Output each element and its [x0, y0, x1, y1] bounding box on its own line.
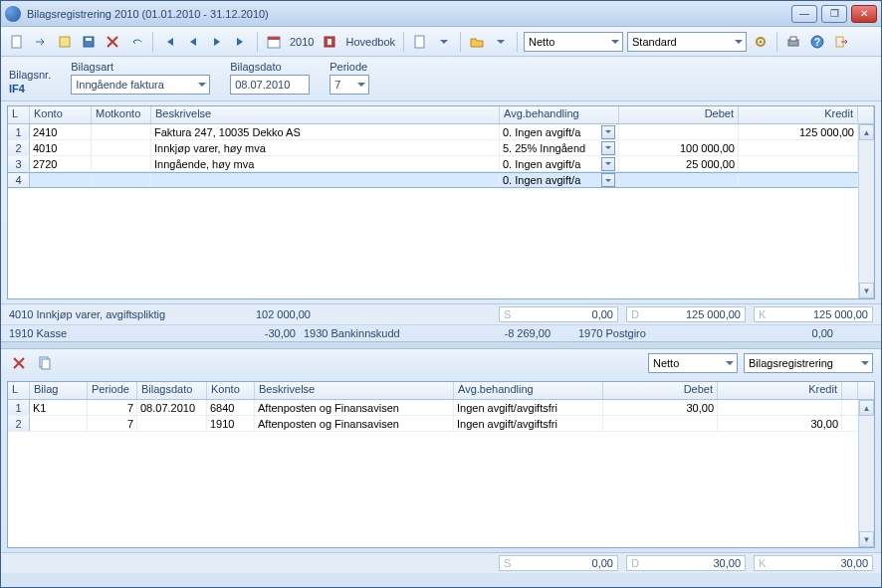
h2-kre[interactable]: Kredit [718, 382, 842, 399]
cell-debet[interactable] [619, 173, 739, 187]
chevron-down-icon[interactable] [601, 157, 615, 171]
netto-select[interactable]: Netto [524, 32, 623, 52]
table-row[interactable]: 12410Faktura 247, 10035 Dekko AS0. Ingen… [8, 124, 858, 140]
entry-grid-scrollbar[interactable]: ▲ ▼ [858, 124, 874, 298]
chevron-down2-icon[interactable] [491, 32, 511, 52]
cell-debet[interactable] [603, 416, 718, 431]
h2-bilag[interactable]: Bilag [30, 382, 88, 399]
prev-icon[interactable] [183, 32, 203, 52]
cell-avg[interactable]: 5. 25% Inngåend [500, 140, 619, 155]
cell-konto[interactable]: 2720 [30, 156, 92, 171]
cell-bilag[interactable] [30, 416, 88, 431]
cell-beskrivelse[interactable]: Faktura 247, 10035 Dekko AS [151, 124, 500, 139]
cell-debet[interactable]: 25 000,00 [619, 156, 739, 171]
scroll-up2-icon[interactable]: ▲ [859, 400, 874, 416]
new-doc-icon[interactable] [7, 32, 27, 52]
scroll-up-icon[interactable]: ▲ [859, 124, 874, 140]
history-mode-select[interactable]: Bilagsregistrering [744, 353, 873, 373]
minimize-button[interactable]: — [791, 5, 817, 23]
first-icon[interactable] [159, 32, 179, 52]
book-icon[interactable] [55, 32, 75, 52]
cell-motkonto[interactable] [92, 140, 151, 155]
scroll-down2-icon[interactable]: ▼ [859, 531, 874, 547]
import-icon[interactable] [31, 32, 51, 52]
h2-konto[interactable]: Konto [207, 382, 255, 399]
ledger-icon[interactable] [320, 32, 339, 52]
table-row[interactable]: 271910Aftenposten og FinansavisenIngen a… [8, 416, 858, 432]
hdr-avg[interactable]: Avg.behandling [500, 106, 619, 123]
cell-konto[interactable]: 6840 [207, 400, 255, 415]
standard-select[interactable]: Standard [627, 32, 747, 52]
hdr-l[interactable]: L [8, 106, 30, 123]
chevron-down-icon[interactable] [601, 173, 615, 187]
cell-kredit[interactable] [739, 173, 858, 187]
delete-row-icon[interactable] [9, 353, 29, 373]
h2-besk[interactable]: Beskrivelse [255, 382, 454, 399]
cell-beskrivelse[interactable]: Inngående, høy mva [151, 156, 500, 171]
hdr-motkonto[interactable]: Motkonto [92, 106, 151, 123]
next-icon[interactable] [207, 32, 227, 52]
cell-avg[interactable]: 0. Ingen avgift/a [500, 156, 619, 171]
history-grid-scrollbar[interactable]: ▲ ▼ [858, 400, 874, 547]
cell-konto[interactable]: 4010 [30, 140, 92, 155]
last-icon[interactable] [231, 32, 251, 52]
cell-dato[interactable] [137, 416, 207, 431]
cell-beskrivelse[interactable]: Aftenposten og Finansavisen [255, 400, 454, 415]
cell-motkonto[interactable] [92, 156, 151, 171]
h2-l[interactable]: L [8, 382, 30, 399]
hovedbok-label[interactable]: Hovedbok [343, 36, 397, 48]
cell-konto[interactable]: 1910 [207, 416, 255, 431]
table-row[interactable]: 24010Innkjøp varer, høy mva5. 25% Inngåe… [8, 140, 858, 156]
cell-avg[interactable]: Ingen avgift/avgiftsfri [454, 416, 603, 431]
new-doc2-icon[interactable] [410, 32, 430, 52]
chevron-down-icon[interactable] [601, 125, 615, 139]
cell-debet[interactable]: 30,00 [603, 400, 718, 415]
h2-deb[interactable]: Debet [603, 382, 718, 399]
cell-dato[interactable]: 08.07.2010 [137, 400, 207, 415]
cell-kredit[interactable] [739, 156, 858, 171]
chevron-down-icon[interactable] [601, 141, 615, 155]
cell-kredit[interactable]: 30,00 [718, 416, 842, 431]
cell-motkonto[interactable] [92, 124, 151, 139]
history-netto-select[interactable]: Netto [648, 353, 738, 373]
undo-icon[interactable] [126, 32, 146, 52]
cell-debet[interactable]: 100 000,00 [619, 140, 739, 155]
h2-periode[interactable]: Periode [88, 382, 137, 399]
cell-beskrivelse[interactable]: Innkjøp varer, høy mva [151, 140, 500, 155]
cell-beskrivelse[interactable] [151, 173, 500, 187]
table-row[interactable]: 40. Ingen avgift/a [8, 172, 858, 188]
exit-icon[interactable] [831, 32, 851, 52]
cell-konto[interactable]: 2410 [30, 124, 92, 139]
periode-select[interactable]: 7 [330, 75, 369, 95]
gear-icon[interactable] [751, 32, 771, 52]
cell-periode[interactable]: 7 [88, 400, 137, 415]
bilagsart-select[interactable]: Inngående faktura [71, 75, 210, 95]
hdr-kredit[interactable]: Kredit [739, 106, 858, 123]
cell-beskrivelse[interactable]: Aftenposten og Finansavisen [255, 416, 454, 431]
cell-motkonto[interactable] [92, 173, 151, 187]
help-icon[interactable]: ? [807, 32, 827, 52]
h2-dato[interactable]: Bilagsdato [137, 382, 207, 399]
cell-periode[interactable]: 7 [88, 416, 137, 431]
calendar-icon[interactable] [264, 32, 284, 52]
h2-avg[interactable]: Avg.behandling [454, 382, 603, 399]
maximize-button[interactable]: ❐ [821, 5, 847, 23]
delete-icon[interactable] [103, 32, 122, 52]
chevron-down-icon[interactable] [434, 32, 454, 52]
hdr-beskrivelse[interactable]: Beskrivelse [151, 106, 500, 123]
close-button[interactable]: ✕ [851, 5, 877, 23]
folder-icon[interactable] [467, 32, 487, 52]
cell-debet[interactable] [619, 124, 739, 139]
bilagsdato-input[interactable]: 08.07.2010 [230, 75, 310, 95]
print-icon[interactable] [783, 32, 803, 52]
cell-kredit[interactable]: 125 000,00 [739, 124, 858, 139]
table-row[interactable]: 32720Inngående, høy mva0. Ingen avgift/a… [8, 156, 858, 172]
cell-kredit[interactable] [739, 140, 858, 155]
cell-avg[interactable]: Ingen avgift/avgiftsfri [454, 400, 603, 415]
cell-bilag[interactable]: K1 [30, 400, 88, 415]
cell-kredit[interactable] [718, 400, 842, 415]
hdr-debet[interactable]: Debet [619, 106, 739, 123]
scroll-down-icon[interactable]: ▼ [859, 283, 874, 298]
save-icon[interactable] [79, 32, 99, 52]
copy-row-icon[interactable] [35, 353, 55, 373]
